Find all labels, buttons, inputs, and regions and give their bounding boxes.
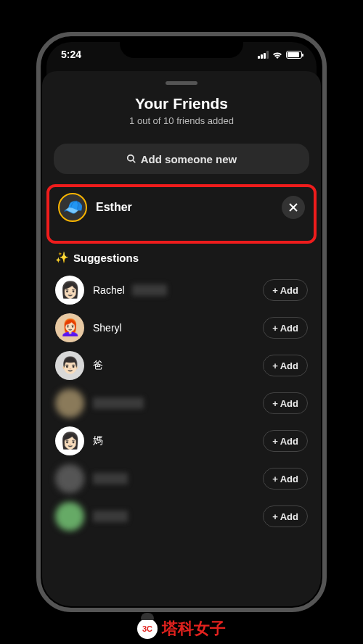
suggestions-header: ✨ Suggestions	[42, 249, 321, 271]
plus-icon: +	[272, 323, 278, 334]
suggestion-row[interactable]: + Add	[51, 460, 312, 498]
svg-line-1	[132, 160, 135, 163]
status-right	[258, 50, 302, 59]
wifi-icon	[272, 50, 283, 59]
suggestion-name: Sheryl	[93, 322, 122, 334]
suggestion-row[interactable]: 👨🏻 爸 + Add	[51, 347, 312, 384]
avatar	[55, 502, 84, 531]
plus-icon: +	[272, 398, 278, 409]
avatar: 👨🏻	[55, 351, 84, 380]
sparkle-icon: ✨	[55, 251, 69, 264]
redacted-text	[93, 397, 144, 409]
avatar	[55, 389, 84, 418]
plus-icon: +	[272, 360, 278, 371]
page-title: Your Friends	[57, 95, 306, 112]
suggestions-title: Suggestions	[73, 252, 139, 264]
status-time: 5:24	[61, 49, 81, 60]
add-label: Add	[280, 285, 298, 296]
watermark-logo: 3C	[137, 619, 158, 639]
sheet-grabber[interactable]	[166, 81, 197, 85]
avatar: 👩🏻‍🦰	[55, 313, 84, 342]
notch	[120, 36, 243, 58]
add-label: Add	[280, 398, 298, 409]
add-button[interactable]: + Add	[263, 430, 308, 452]
plus-icon: +	[272, 511, 278, 522]
friends-sheet: Your Friends 1 out of 10 friends added A…	[42, 71, 321, 606]
watermark: 3C 塔科女子	[137, 618, 226, 640]
add-label: Add	[280, 474, 298, 484]
suggestions-list: 👩🏻 Rachel + Add 👩🏻‍🦰 Sheryl + Add	[42, 271, 321, 535]
suggestion-name: 爸	[93, 359, 103, 372]
sheet-header: Your Friends 1 out of 10 friends added	[42, 95, 321, 138]
add-button[interactable]: + Add	[263, 505, 308, 527]
suggestion-name: Rachel	[93, 284, 125, 296]
add-label: Add	[280, 323, 298, 334]
plus-icon: +	[272, 436, 278, 447]
avatar: 🧢	[58, 193, 87, 222]
cellular-icon	[258, 51, 269, 59]
avatar: 👩🏻	[55, 426, 84, 455]
highlight-annotation: 🧢 Esther	[46, 184, 317, 244]
plus-icon: +	[272, 474, 278, 484]
add-label: Add	[280, 360, 298, 371]
remove-friend-button[interactable]	[282, 196, 305, 219]
avatar: 👩🏻	[55, 276, 84, 305]
add-button[interactable]: + Add	[263, 317, 308, 339]
search-icon	[126, 154, 136, 164]
phone-frame: 5:24 Your Friends 1 out of 10 friends ad…	[36, 32, 327, 612]
add-label: Add	[280, 436, 298, 447]
suggestion-row[interactable]: + Add	[51, 498, 312, 535]
add-button[interactable]: + Add	[263, 355, 308, 376]
avatar	[55, 464, 84, 493]
add-someone-button[interactable]: Add someone new	[54, 144, 309, 174]
battery-icon	[286, 51, 302, 59]
page-subtitle: 1 out of 10 friends added	[57, 115, 306, 126]
suggestion-row[interactable]: 👩🏻‍🦰 Sheryl + Add	[51, 309, 312, 347]
redacted-text	[132, 284, 167, 296]
add-button[interactable]: + Add	[263, 279, 308, 301]
svg-point-0	[127, 155, 133, 161]
friend-name: Esther	[96, 201, 273, 214]
suggestion-row[interactable]: 👩🏻 媽 + Add	[51, 422, 312, 460]
close-icon	[289, 203, 298, 212]
add-button[interactable]: + Add	[263, 468, 308, 490]
add-someone-label: Add someone new	[141, 153, 237, 165]
friend-row[interactable]: 🧢 Esther	[54, 193, 309, 222]
redacted-text	[93, 473, 128, 484]
redacted-text	[93, 511, 128, 522]
suggestion-row[interactable]: + Add	[51, 384, 312, 422]
suggestion-row[interactable]: 👩🏻 Rachel + Add	[51, 271, 312, 309]
watermark-text: 塔科女子	[162, 618, 226, 640]
plus-icon: +	[272, 285, 278, 296]
suggestion-name: 媽	[93, 434, 103, 447]
add-label: Add	[280, 511, 298, 522]
add-button[interactable]: + Add	[263, 392, 308, 414]
